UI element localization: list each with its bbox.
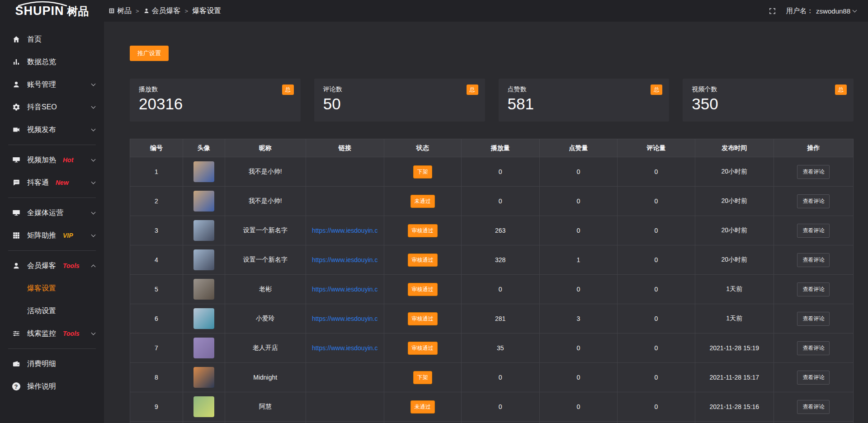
breadcrumb: 树品 > 会员爆客 > 爆客设置 xyxy=(108,6,221,16)
table-row: 8 Midnight 下架 0 0 0 2021-11-28 15:17 查看评… xyxy=(130,363,854,392)
sidebar-item-all-media[interactable]: 全媒体运营 xyxy=(0,202,104,224)
likes-value: 0 xyxy=(539,275,618,304)
row-id: 7 xyxy=(130,334,183,363)
publish-time: 20小时前 xyxy=(695,216,774,245)
publish-time: 2021-11-28 15:17 xyxy=(695,363,774,392)
sidebar-item-label: 账号管理 xyxy=(27,80,56,89)
view-comments-button[interactable]: 查看评论 xyxy=(797,224,830,238)
view-comments-button[interactable]: 查看评论 xyxy=(797,312,830,326)
video-table: 编号 头像 昵称 链接 状态 播放量 点赞量 评论量 发布时间 操作 1 我不是… xyxy=(130,139,854,423)
total-badge: 总 xyxy=(835,85,847,95)
sidebar-item-clue-monitor[interactable]: 线索监控 Tools xyxy=(0,322,104,345)
fullscreen-icon[interactable] xyxy=(769,7,776,15)
sidebar-item-matrix-boost[interactable]: 矩阵助推 VIP xyxy=(0,224,104,247)
sidebar-item-account-management[interactable]: 账号管理 xyxy=(0,73,104,96)
nickname: 设置一个新名字 xyxy=(225,245,306,275)
app-grid-icon xyxy=(108,8,115,14)
chevron-down-icon xyxy=(91,127,96,132)
view-comments-button[interactable]: 查看评论 xyxy=(797,341,830,355)
col-header-actions: 操作 xyxy=(774,139,853,157)
view-comments-button[interactable]: 查看评论 xyxy=(797,165,830,179)
sidebar-item-video-publish[interactable]: 视频发布 xyxy=(0,118,104,141)
wallet-icon xyxy=(12,360,20,368)
sidebar-item-douketong[interactable]: 抖客通 New xyxy=(0,171,104,194)
publish-time: 2021-11-28 15:19 xyxy=(695,334,774,363)
likes-value: 0 xyxy=(539,157,618,187)
comments-value: 0 xyxy=(618,334,695,363)
row-id xyxy=(130,422,183,423)
sidebar-item-consumption-detail[interactable]: 消费明细 xyxy=(0,352,104,375)
row-id: 8 xyxy=(130,363,183,392)
table-row: 9 阿慧 未通过 0 0 0 2021-11-28 15:16 查看评论 xyxy=(130,392,854,422)
stat-value: 350 xyxy=(692,95,844,113)
sidebar-item-home[interactable]: 首页 xyxy=(0,28,104,51)
chevron-down-icon xyxy=(91,82,96,86)
breadcrumb-item-member[interactable]: 会员爆客 xyxy=(143,6,181,16)
sidebar-subitem-label: 爆客设置 xyxy=(27,284,56,293)
likes-value: 0 xyxy=(539,216,618,245)
sidebar-subitem-activity-settings[interactable]: 活动设置 xyxy=(0,300,104,322)
monitor-icon xyxy=(12,209,20,217)
row-id: 2 xyxy=(130,187,183,216)
video-link[interactable]: https://www.iesdouyin.c xyxy=(312,286,378,293)
view-comments-button[interactable]: 查看评论 xyxy=(797,194,830,208)
sidebar-item-video-heating[interactable]: 视频加热 Hot xyxy=(0,149,104,171)
sidebar-item-instructions[interactable]: ? 操作说明 xyxy=(0,375,104,398)
video-link[interactable]: https://www.iesdouyin.c xyxy=(312,315,378,322)
sidebar-subitem-baoke-settings[interactable]: 爆客设置 xyxy=(0,277,104,300)
table-row: 6 小爱玲 https://www.iesdouyin.c 审核通过 281 3… xyxy=(130,304,854,334)
sidebar-item-douyin-seo[interactable]: 抖音SEO xyxy=(0,96,104,118)
comments-value: 0 xyxy=(618,392,695,422)
stat-value: 50 xyxy=(323,95,476,113)
main-content: 推广设置 播放数 20316 总 评论数 50 总 点赞数 581 总 视频个数… xyxy=(104,22,868,423)
status-badge: 下架 xyxy=(413,165,432,179)
col-header-id: 编号 xyxy=(130,139,183,157)
username-value: zswodun88 xyxy=(816,7,850,15)
username-label: 用户名： xyxy=(786,7,813,15)
col-header-publish-time: 发布时间 xyxy=(695,139,774,157)
status-badge: 审核通过 xyxy=(408,283,438,296)
view-comments-button[interactable]: 查看评论 xyxy=(797,253,830,267)
video-link[interactable]: https://www.iesdouyin.c xyxy=(312,256,378,263)
breadcrumb-separator: > xyxy=(136,8,139,14)
comments-value: 0 xyxy=(618,363,695,392)
table-row-partial xyxy=(130,422,854,423)
avatar xyxy=(193,191,214,212)
tools-badge: Tools xyxy=(63,262,80,269)
video-link[interactable]: https://www.iesdouyin.c xyxy=(312,227,378,234)
total-badge: 总 xyxy=(467,85,478,95)
sidebar-item-member-baoke[interactable]: 会员爆客 Tools xyxy=(0,254,104,277)
tools-badge: Tools xyxy=(63,330,80,337)
likes-value: 0 xyxy=(539,334,618,363)
nickname: 小爱玲 xyxy=(225,304,306,334)
sidebar-item-data-overview[interactable]: 数据总览 xyxy=(0,51,104,73)
promotion-settings-button[interactable]: 推广设置 xyxy=(130,46,169,61)
stat-label: 评论数 xyxy=(323,85,476,94)
row-id: 6 xyxy=(130,304,183,334)
breadcrumb-label: 会员爆客 xyxy=(152,6,181,16)
app-logo[interactable]: SHUPIN 树品 xyxy=(0,5,104,17)
view-comments-button[interactable]: 查看评论 xyxy=(797,371,830,385)
breadcrumb-item-home[interactable]: 树品 xyxy=(108,6,132,16)
col-header-status: 状态 xyxy=(384,139,461,157)
stat-cards: 播放数 20316 总 评论数 50 总 点赞数 581 总 视频个数 350 … xyxy=(130,79,854,122)
avatar xyxy=(193,279,214,300)
sidebar-item-label: 矩阵助推 xyxy=(27,231,56,240)
sliders-icon xyxy=(12,329,20,338)
sidebar-divider xyxy=(8,348,96,349)
bar-chart-icon xyxy=(12,58,20,66)
video-link[interactable]: https://www.iesdouyin.c xyxy=(312,344,378,352)
chevron-down-icon xyxy=(91,233,96,237)
row-id: 1 xyxy=(130,157,183,187)
table-row: 5 老彬 https://www.iesdouyin.c 审核通过 0 0 0 … xyxy=(130,275,854,304)
view-comments-button[interactable]: 查看评论 xyxy=(797,282,830,296)
user-menu[interactable]: 用户名：zswodun88 xyxy=(786,7,856,15)
sidebar-divider xyxy=(8,197,96,198)
nickname: Midnight xyxy=(225,363,306,392)
stat-value: 581 xyxy=(508,95,660,113)
sidebar-item-label: 抖客通 xyxy=(27,178,49,188)
avatar xyxy=(193,161,214,182)
plays-value: 263 xyxy=(461,216,539,245)
view-comments-button[interactable]: 查看评论 xyxy=(797,400,830,414)
publish-time: 1天前 xyxy=(695,304,774,334)
